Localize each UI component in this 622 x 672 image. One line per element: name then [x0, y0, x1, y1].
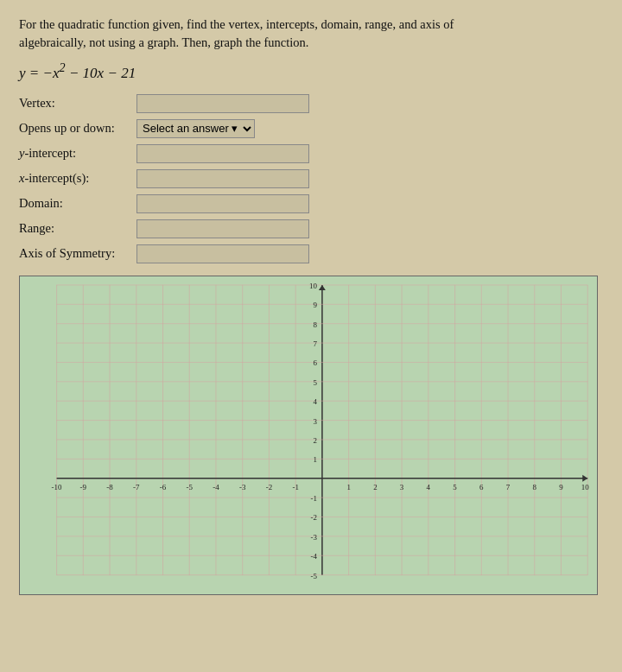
svg-text:7: 7 [313, 339, 317, 348]
svg-text:-3: -3 [239, 482, 246, 491]
problem-line2: algebraically, not using a graph. Then, … [19, 35, 308, 49]
x-intercepts-label: x-intercept(s): [19, 171, 131, 186]
domain-input[interactable] [136, 194, 309, 213]
problem-line1: For the quadratic function given, find t… [19, 17, 454, 31]
domain-label: Domain: [19, 196, 131, 211]
svg-text:5: 5 [313, 378, 317, 387]
svg-text:9: 9 [559, 482, 563, 491]
svg-text:6: 6 [313, 358, 317, 367]
svg-rect-0 [21, 276, 596, 594]
range-row: Range: [19, 219, 603, 238]
y-intercept-input[interactable] [136, 144, 309, 163]
svg-text:8: 8 [533, 482, 537, 491]
x-intercepts-input[interactable] [136, 169, 309, 188]
svg-text:7: 7 [506, 482, 511, 491]
y-intercept-row: y-intercept: [19, 144, 603, 163]
problem-text: For the quadratic function given, find t… [19, 16, 603, 52]
axis-row: Axis of Symmetry: [19, 244, 603, 263]
svg-text:-1: -1 [310, 494, 316, 503]
domain-row: Domain: [19, 194, 603, 213]
svg-text:6: 6 [479, 482, 484, 491]
opens-label: Opens up or down: [19, 121, 131, 136]
svg-text:-2: -2 [266, 482, 272, 491]
svg-text:-5: -5 [187, 482, 194, 491]
vertex-input[interactable] [136, 94, 309, 113]
svg-text:4: 4 [313, 397, 317, 406]
svg-text:-8: -8 [106, 482, 113, 491]
range-label: Range: [19, 221, 131, 236]
opens-row: Opens up or down: Select an answer ▾ Up … [19, 119, 603, 138]
axis-input[interactable] [136, 244, 309, 263]
svg-text:3: 3 [400, 482, 404, 491]
svg-text:2: 2 [373, 482, 377, 491]
range-input[interactable] [136, 219, 309, 238]
svg-text:3: 3 [313, 416, 317, 425]
vertex-row: Vertex: [19, 94, 603, 113]
y-intercept-label: y-intercept: [19, 146, 131, 161]
svg-text:2: 2 [313, 436, 316, 445]
svg-text:-5: -5 [310, 571, 317, 580]
svg-text:-2: -2 [310, 513, 316, 522]
opens-select[interactable]: Select an answer ▾ Up Down [136, 119, 255, 138]
svg-text:1: 1 [313, 455, 316, 464]
fields-section: Vertex: Opens up or down: Select an answ… [19, 94, 603, 263]
x-intercepts-row: x-intercept(s): [19, 169, 603, 188]
svg-text:-1: -1 [292, 482, 298, 491]
svg-text:5: 5 [453, 482, 457, 491]
graph-container: generated below [19, 276, 598, 595]
svg-text:-6: -6 [160, 482, 167, 491]
svg-text:-9: -9 [80, 482, 87, 491]
equation-display: y = −x2 − 10x − 21 [19, 60, 603, 82]
svg-text:-7: -7 [133, 482, 140, 491]
svg-text:10: 10 [581, 482, 589, 491]
svg-text:-3: -3 [310, 533, 317, 542]
svg-text:10: 10 [309, 282, 317, 290]
svg-text:-4: -4 [310, 552, 317, 561]
svg-text:-10: -10 [52, 482, 62, 491]
vertex-label: Vertex: [19, 96, 131, 111]
axis-label: Axis of Symmetry: [19, 246, 131, 261]
svg-text:-4: -4 [213, 482, 219, 491]
svg-text:9: 9 [313, 301, 317, 309]
svg-text:1: 1 [346, 482, 350, 491]
svg-text:4: 4 [427, 482, 431, 491]
graph-svg: generated below [20, 276, 597, 594]
svg-text:8: 8 [313, 320, 317, 328]
